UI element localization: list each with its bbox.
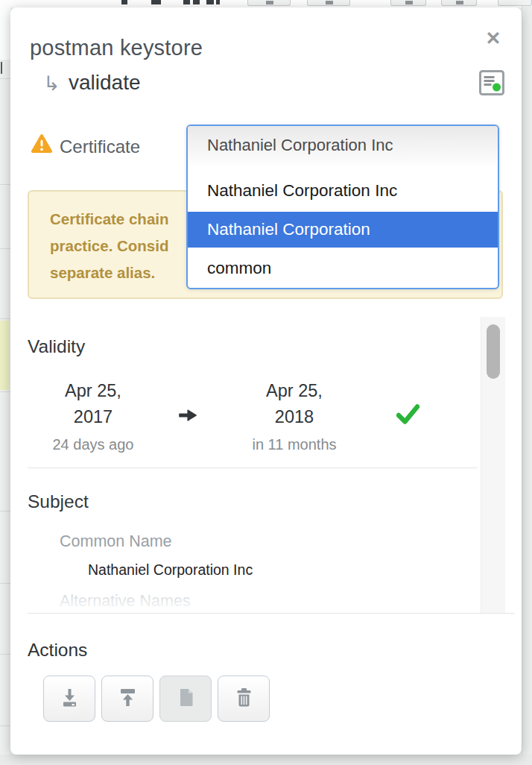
warning-triangle-icon: [31, 133, 53, 154]
valid-from-relative: 24 days ago: [34, 435, 153, 454]
certificate-details-scroll: Validity Apr 25, 2017 24 days ago Apr 25…: [28, 317, 515, 614]
close-button[interactable]: ✕: [480, 25, 507, 51]
valid-from-date: Apr 25, 2017 24 days ago: [34, 378, 153, 454]
common-name-label: Common Name: [60, 531, 172, 552]
background-right-strip: [522, 6, 532, 765]
background-glyph-fragment: [216, 0, 220, 4]
valid-from-line2: 2017: [34, 404, 153, 430]
background-left-strip-top: [0, 7, 10, 60]
section-divider: [28, 468, 477, 468]
background-row-line: [0, 511, 10, 511]
background-row-line: [0, 583, 10, 584]
background-button-fragment: [441, 0, 477, 6]
download-icon: [60, 687, 80, 711]
scrollbar-track[interactable]: [481, 317, 505, 613]
valid-check-icon: [396, 404, 419, 425]
background-button-fragment: [307, 0, 350, 6]
background-row-line: [0, 654, 10, 655]
trash-icon: [234, 687, 254, 711]
modal-subtitle: validate: [69, 69, 141, 96]
valid-to-date: Apr 25, 2018 in 11 months: [235, 378, 354, 454]
dropdown-option[interactable]: Nathaniel Corporation Inc: [188, 173, 498, 209]
background-row-line: [0, 725, 10, 726]
background-cursor-fragment: [1, 62, 2, 74]
background-button-fragment: [247, 0, 291, 6]
download-button[interactable]: [43, 676, 95, 722]
arrow-right-icon: [178, 407, 197, 424]
dropdown-option[interactable]: common: [188, 251, 498, 286]
background-row-line: [0, 391, 10, 392]
background-row-line: [0, 318, 10, 319]
background-glyph-fragment: [151, 0, 161, 4]
valid-to-line1: Apr 25,: [235, 378, 354, 404]
delete-button[interactable]: [218, 676, 270, 722]
alternative-names-label: Alternative Names: [60, 591, 191, 611]
background-bottom-strip: [0, 755, 532, 765]
upload-icon: [118, 687, 138, 711]
subject-heading: Subject: [28, 490, 89, 514]
dropdown-option-highlighted[interactable]: Nathaniel Corporation: [188, 212, 498, 248]
export-file-button[interactable]: [159, 676, 212, 722]
background-row-line: [0, 78, 10, 79]
actions-heading: Actions: [28, 638, 87, 662]
validity-heading: Validity: [28, 335, 85, 359]
valid-to-line2: 2018: [235, 404, 354, 430]
background-row-line: [0, 184, 10, 185]
certificate-modal: postman keystore ↳ validate ✕ Certificat…: [10, 7, 522, 755]
background-button-fragment: [498, 0, 532, 6]
certificate-dropdown: Nathaniel Corporation Inc Nathaniel Corp…: [186, 125, 499, 289]
valid-to-relative: in 11 months: [235, 435, 354, 454]
background-glyph-fragment: [206, 0, 214, 4]
background-glyph-fragment: [183, 0, 190, 4]
certificate-badge-icon: [479, 70, 504, 95]
upload-button[interactable]: [101, 676, 153, 722]
background-button-fragment: [390, 0, 426, 6]
page-background: postman keystore ↳ validate ✕ Certificat…: [0, 0, 532, 765]
certificate-label: Certificate: [60, 135, 140, 159]
common-name-value: Nathaniel Corporation Inc: [88, 560, 253, 579]
background-highlighted-row-fragment: [0, 321, 9, 390]
scrollbar-thumb[interactable]: [487, 324, 500, 379]
valid-from-line1: Apr 25,: [34, 378, 153, 404]
modal-title: postman keystore: [30, 34, 203, 61]
subtree-arrow-icon: ↳: [43, 70, 60, 97]
certificate-select[interactable]: Nathaniel Corporation Inc: [188, 126, 498, 165]
background-row-line: [0, 248, 10, 249]
background-glyph-fragment: [121, 0, 127, 4]
background-glyph-fragment: [193, 0, 200, 4]
file-icon: [176, 687, 196, 711]
